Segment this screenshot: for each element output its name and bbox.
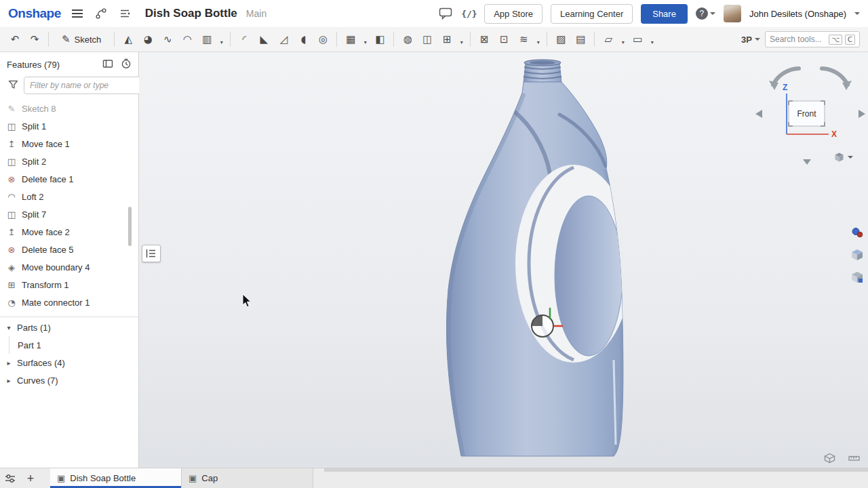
loft-tool[interactable] [178, 30, 197, 48]
onshape-logo[interactable]: Onshape [8, 6, 61, 21]
document-tab[interactable]: Dish Soap Bottle [50, 468, 182, 488]
frame-tools[interactable] [628, 30, 647, 48]
view-options-dropdown[interactable] [834, 152, 853, 163]
toolbar-divider [48, 32, 49, 47]
curves-section-header[interactable]: ▸ Curves (7) [0, 371, 138, 389]
feature-list: Sketch 8 Split 1 Move face 1 Split 2 [0, 100, 138, 311]
user-avatar[interactable] [724, 5, 741, 22]
sweep-tool[interactable] [158, 30, 177, 48]
delete-face-tool[interactable] [475, 30, 494, 48]
history-icon[interactable] [121, 58, 132, 71]
feature-label: Loft 2 [22, 192, 44, 202]
feature-item[interactable]: Split 7 [0, 205, 138, 223]
feature-item[interactable]: Split 2 [0, 152, 138, 170]
viewport-3d[interactable]: Z X Front [139, 52, 868, 468]
split-tool[interactable] [418, 30, 437, 48]
surface-tools-dropdown[interactable] [534, 30, 542, 48]
display-states-panel-button[interactable] [848, 246, 866, 264]
transform-tool[interactable] [437, 30, 456, 48]
draft-tool[interactable] [274, 30, 293, 48]
fillet-tool[interactable] [235, 30, 254, 48]
redo-button[interactable] [25, 30, 44, 48]
user-name[interactable]: John Desilets (Onshape) [749, 9, 846, 19]
offset-surface-tool[interactable] [514, 30, 533, 48]
versions-history-icon[interactable] [94, 6, 108, 21]
filter-row [0, 75, 138, 100]
learning-center-button[interactable]: Learning Center [551, 4, 633, 24]
custom-features-dropdown[interactable]: 3P [737, 30, 764, 48]
manage-tabs-button[interactable] [0, 468, 20, 488]
surfaces-header-label: Surfaces (4) [17, 358, 65, 368]
document-tab[interactable]: Cap [182, 468, 313, 488]
search-tools-input[interactable] [770, 35, 826, 44]
main-menu-button[interactable] [70, 6, 85, 21]
linear-pattern-tool[interactable] [341, 30, 360, 48]
surfaces-section-header[interactable]: ▸ Surfaces (4) [0, 354, 138, 371]
tabs-scrollbar[interactable] [324, 468, 868, 472]
shell-tool[interactable] [294, 30, 313, 48]
comments-button[interactable] [438, 6, 453, 21]
add-tab-button[interactable]: + [20, 468, 41, 488]
extrude-tool[interactable] [119, 30, 138, 48]
isometric-grid-icon[interactable] [824, 453, 835, 464]
rotate-right-arc-icon[interactable] [822, 68, 848, 85]
sketch-pencil-icon [62, 35, 71, 45]
feature-filter-input[interactable] [24, 77, 142, 94]
rotate-left-arrowhead [769, 81, 778, 90]
undo-button[interactable] [5, 30, 24, 48]
handle-inner-surface[interactable] [555, 196, 623, 356]
feature-item[interactable]: Move face 2 [0, 223, 138, 241]
dock-panel-icon[interactable] [102, 58, 113, 71]
sheet-metal-dropdown[interactable] [618, 30, 627, 48]
appearance-panel-button[interactable] [848, 224, 866, 241]
bottle-opening-inner [530, 61, 555, 65]
boolean-tool[interactable] [398, 30, 417, 48]
mirror-tool[interactable] [370, 30, 389, 48]
rotate-view-right-icon[interactable] [859, 110, 865, 118]
help-menu[interactable]: ? [696, 7, 715, 20]
thicken-tool[interactable] [197, 30, 216, 48]
workspace-name[interactable]: Main [246, 8, 267, 19]
sketch-tool[interactable]: Sketch [56, 30, 107, 49]
pattern-tools-dropdown[interactable] [361, 30, 370, 48]
chamfer-tool[interactable] [254, 30, 273, 48]
feature-item[interactable]: Move face 1 [0, 135, 138, 152]
app-store-button[interactable]: App Store [484, 4, 542, 24]
feature-type-icon [6, 228, 17, 237]
solid-tools-dropdown[interactable] [217, 30, 226, 48]
feature-item[interactable]: Delete face 5 [0, 241, 138, 258]
panel-divider [0, 317, 138, 317]
move-face-tool[interactable] [494, 30, 513, 48]
transform-tools-dropdown[interactable] [457, 30, 466, 48]
redo-icon [31, 35, 39, 45]
rotate-view-down-icon[interactable] [803, 159, 811, 165]
feature-item[interactable]: Transform 1 [0, 276, 138, 293]
featurescript-button[interactable]: {/} [461, 6, 476, 21]
revolve-tool[interactable] [138, 30, 157, 48]
user-menu-chevron-icon[interactable] [854, 12, 860, 15]
share-button[interactable]: Share [641, 4, 688, 24]
custom-tables-panel-button[interactable] [848, 268, 866, 286]
frame-tools-dropdown[interactable] [648, 30, 656, 48]
feature-item[interactable]: Loft 2 [0, 188, 138, 205]
tab-manager-icon [4, 473, 16, 484]
features-panel: Features (79) Sketch 8 [0, 52, 139, 468]
feature-item[interactable]: Delete face 1 [0, 170, 138, 188]
knit-tool[interactable] [571, 30, 590, 48]
hole-tool[interactable] [313, 30, 332, 48]
sheet-metal-tools[interactable] [599, 30, 618, 48]
parts-section-header[interactable]: ▾ Parts (1) [0, 319, 138, 336]
feature-item[interactable]: Mate connector 1 [0, 293, 138, 311]
feature-list-scrollbar[interactable] [128, 207, 132, 246]
feature-item[interactable]: Sketch 8 [0, 100, 138, 117]
feature-item[interactable]: Move boundary 4 [0, 258, 138, 276]
part-item[interactable]: Part 1 [0, 336, 138, 354]
mate-connector-marker[interactable] [521, 304, 564, 348]
scale-ruler-icon[interactable] [848, 453, 860, 464]
document-properties-icon[interactable] [117, 6, 132, 21]
rollback-bar-handle[interactable] [142, 245, 161, 262]
rotate-view-left-icon[interactable] [755, 110, 762, 118]
filter-funnel-icon[interactable] [8, 80, 18, 92]
feature-item[interactable]: Split 1 [0, 117, 138, 135]
fill-surface-tool[interactable] [551, 30, 570, 48]
